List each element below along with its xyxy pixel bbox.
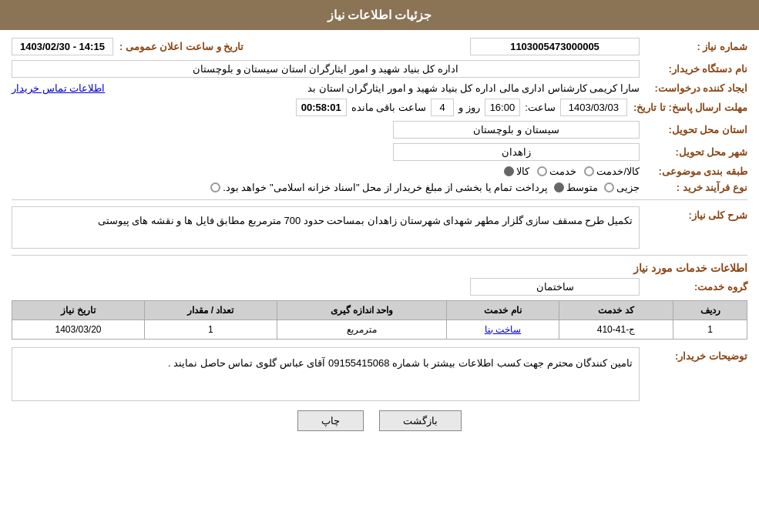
buyer-desc-value: تامین کنندگان محترم جهت کسب اطلاعات بیشت… xyxy=(12,347,640,401)
service-group-value: ساختمان xyxy=(470,278,640,296)
service-group-row: گروه خدمت: ساختمان xyxy=(12,278,747,296)
category-label-khedmat: خدمت xyxy=(549,166,576,177)
purchase-label-detail: جزیی xyxy=(616,182,640,193)
deadline-time: 16:00 xyxy=(485,99,521,116)
purchase-type-row: نوع فرآیند خرید : جزیی متوسط پرداخت تمام… xyxy=(12,182,747,193)
col-header-quantity: تعداد / مقدار xyxy=(145,301,277,320)
col-header-date: تاریخ نیاز xyxy=(12,301,145,320)
bottom-buttons: بازگشت چاپ xyxy=(12,410,747,431)
col-header-unit: واحد اندازه گیری xyxy=(277,301,446,320)
cell-quantity: 1 xyxy=(145,320,277,340)
page-header: جزئیات اطلاعات نیاز xyxy=(0,0,759,30)
purchase-label-bond: پرداخت تمام یا بخشی از مبلغ خریدار از مح… xyxy=(223,182,548,193)
province-label: استان محل تحویل: xyxy=(640,124,747,136)
category-label-kala-khedmat: کالا/خدمت xyxy=(596,166,640,177)
creator-row: ایجاد کننده درخواست: سارا کریمی کارشناس … xyxy=(12,82,747,94)
divider-2 xyxy=(12,255,747,256)
creator-label: ایجاد کننده درخواست: xyxy=(640,82,747,94)
service-group-label: گروه خدمت: xyxy=(640,281,747,293)
service-section-title: اطلاعات خدمات مورد نیاز xyxy=(12,262,747,274)
deadline-days-label: روز و xyxy=(454,102,485,113)
purchase-option-medium[interactable]: متوسط xyxy=(554,182,598,193)
cell-service-name: ساخت بنا xyxy=(447,320,559,340)
buyer-org-label: نام دستگاه خریدار: xyxy=(640,63,747,75)
need-number-value: 1103005473000005 xyxy=(470,38,640,55)
print-button[interactable]: چاپ xyxy=(297,410,364,431)
purchase-option-bond[interactable]: پرداخت تمام یا بخشی از مبلغ خریدار از مح… xyxy=(210,182,548,193)
category-radio-group: کالا/خدمت خدمت کالا xyxy=(504,166,640,177)
need-number-row: شماره نیاز : 1103005473000005 تاریخ و سا… xyxy=(12,38,747,55)
purchase-radio-bond xyxy=(210,182,220,192)
divider-1 xyxy=(12,199,747,200)
deadline-label: مهلت ارسال پاسخ: تا تاریخ: xyxy=(627,102,747,113)
purchase-type-radio-group: جزیی متوسط پرداخت تمام یا بخشی از مبلغ خ… xyxy=(210,182,640,193)
need-number-label: شماره نیاز : xyxy=(640,41,747,52)
purchase-option-detail[interactable]: جزیی xyxy=(604,182,640,193)
buyer-org-value: اداره کل بنیاد شهید و امور ایثارگران است… xyxy=(12,60,640,78)
col-header-service-name: نام خدمت xyxy=(447,301,559,320)
services-table-container: ردیف کد خدمت نام خدمت واحد اندازه گیری ت… xyxy=(12,300,747,340)
category-radio-kala-khedmat xyxy=(584,166,594,176)
deadline-remain: 00:58:01 xyxy=(296,99,347,116)
category-row: طبقه بندی موضوعی: کالا/خدمت خدمت کالا xyxy=(12,166,747,177)
category-option-kala-khedmat[interactable]: کالا/خدمت xyxy=(584,166,640,177)
creator-link[interactable]: اطلاعات تماس خریدار xyxy=(12,82,105,94)
creator-value: سارا کریمی کارشناس اداری مالی اداره کل ب… xyxy=(108,82,640,94)
description-label: شرح کلی نیاز: xyxy=(640,206,747,221)
announce-label: تاریخ و ساعت اعلان عمومی : xyxy=(113,41,251,52)
category-label: طبقه بندی موضوعی: xyxy=(640,166,747,177)
buyer-org-row: نام دستگاه خریدار: اداره کل بنیاد شهید و… xyxy=(12,60,747,78)
page-container: جزئیات اطلاعات نیاز شماره نیاز : 1103005… xyxy=(0,0,759,532)
category-label-kala: کالا xyxy=(516,166,529,177)
col-header-service-code: کد خدمت xyxy=(559,301,673,320)
category-option-kala[interactable]: کالا xyxy=(504,166,529,177)
cell-service-code: ج-41-410 xyxy=(559,320,673,340)
services-table: ردیف کد خدمت نام خدمت واحد اندازه گیری ت… xyxy=(12,300,747,340)
table-row: 1 ج-41-410 ساخت بنا مترمربع 1 1403/03/20 xyxy=(12,320,747,340)
cell-date: 1403/03/20 xyxy=(12,320,145,340)
announce-value: 1403/02/30 - 14:15 xyxy=(12,38,113,55)
purchase-type-label: نوع فرآیند خرید : xyxy=(640,182,747,193)
province-value: سیستان و بلوچستان xyxy=(393,121,640,139)
category-option-khedmat[interactable]: خدمت xyxy=(537,166,576,177)
col-header-row-num: ردیف xyxy=(673,301,747,320)
description-value: تکمیل طرح مسقف سازی گلزار مطهر شهدای شهر… xyxy=(12,206,640,249)
back-button[interactable]: بازگشت xyxy=(379,410,462,431)
purchase-radio-medium xyxy=(554,182,564,192)
city-row: شهر محل تحویل: زاهدان xyxy=(12,143,747,161)
city-value: زاهدان xyxy=(393,143,640,161)
deadline-remain-label: ساعت باقی مانده xyxy=(347,102,431,113)
buyer-desc-row: توضیحات خریدار: تامین کنندگان محترم جهت … xyxy=(12,347,747,401)
deadline-date: 1403/03/03 xyxy=(560,99,627,116)
purchase-label-medium: متوسط xyxy=(566,182,598,193)
main-content: شماره نیاز : 1103005473000005 تاریخ و سا… xyxy=(0,30,759,447)
deadline-time-label: ساعت: xyxy=(520,102,560,113)
cell-unit: مترمربع xyxy=(277,320,446,340)
buyer-desc-label: توضیحات خریدار: xyxy=(640,347,747,362)
cell-row-num: 1 xyxy=(673,320,747,340)
page-title: جزئیات اطلاعات نیاز xyxy=(327,8,432,22)
purchase-radio-detail xyxy=(604,182,614,192)
deadline-days: 4 xyxy=(431,99,454,116)
category-radio-kala xyxy=(504,166,514,176)
province-row: استان محل تحویل: سیستان و بلوچستان xyxy=(12,121,747,139)
description-row: شرح کلی نیاز: تکمیل طرح مسقف سازی گلزار … xyxy=(12,206,747,249)
category-radio-khedmat xyxy=(537,166,547,176)
deadline-row: مهلت ارسال پاسخ: تا تاریخ: 1403/03/03 سا… xyxy=(12,99,747,116)
city-label: شهر محل تحویل: xyxy=(640,146,747,158)
